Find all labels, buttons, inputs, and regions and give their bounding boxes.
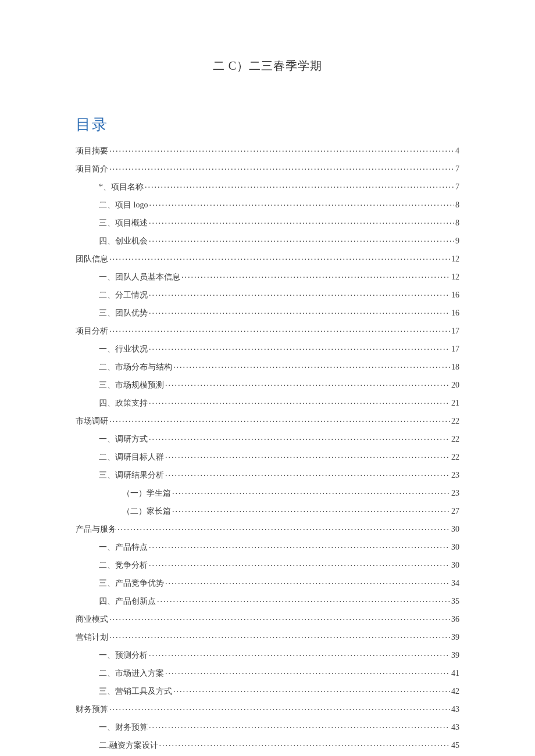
toc-entry-page: 23 <box>451 489 459 497</box>
toc-entry-label: 项目分析 <box>76 327 108 335</box>
toc-entry[interactable]: 三、产品竞争优势34 <box>76 578 459 587</box>
page-header-title: 二 C）二三春季学期 <box>76 58 459 74</box>
toc-entry-label: 一、团队人员基本信息 <box>99 273 180 281</box>
toc-entry[interactable]: 产品与服务30 <box>76 524 459 533</box>
toc-leader-dots <box>109 145 454 153</box>
toc-entry-page: 17 <box>451 327 459 335</box>
toc-leader-dots <box>149 650 450 658</box>
toc-entry-page: 43 <box>451 723 459 732</box>
toc-entry[interactable]: *、项目名称7 <box>76 181 459 191</box>
toc-entry[interactable]: 三、团队优势16 <box>76 307 459 317</box>
toc-entry[interactable]: 项目分析17 <box>76 325 459 335</box>
toc-entry[interactable]: 四、产品创新点35 <box>76 596 459 605</box>
toc-entry-page: 22 <box>451 417 459 425</box>
toc-entry-page: 20 <box>451 381 459 389</box>
toc-entry[interactable]: 三、项目概述8 <box>76 217 459 227</box>
toc-entry[interactable]: 二、项目 logo8 <box>76 199 459 209</box>
toc-entry[interactable]: （二）家长篇27 <box>76 506 459 515</box>
toc-entry-page: 27 <box>451 507 459 515</box>
toc-leader-dots <box>165 452 450 460</box>
toc-entry[interactable]: （一）学生篇23 <box>76 488 459 497</box>
toc-entry[interactable]: 二、调研目标人群22 <box>76 452 459 461</box>
toc-entry[interactable]: 一、调研方式22 <box>76 433 459 443</box>
toc-entry[interactable]: 二、竞争分析30 <box>76 560 459 569</box>
toc-entry[interactable]: 项目简介7 <box>76 163 459 173</box>
toc-entry-label: 二、市场进入方案 <box>99 669 164 678</box>
toc-entry-label: 四、政策支持 <box>99 399 148 407</box>
toc-entry-label: 四、创业机会 <box>99 237 148 245</box>
toc-entry-label: 二、市场分布与结构 <box>99 363 172 371</box>
toc-entry-label: （一）学生篇 <box>122 489 171 497</box>
toc-entry-label: 团队信息 <box>76 255 108 263</box>
toc-entry[interactable]: 二.融资方案设计45 <box>76 740 459 750</box>
toc-entry-page: 36 <box>451 615 459 624</box>
toc-entry[interactable]: 一、行业状况17 <box>76 343 459 353</box>
toc-entry-label: 二、调研目标人群 <box>99 453 164 461</box>
toc-entry-label: *、项目名称 <box>99 183 144 191</box>
toc-leader-dots <box>149 307 450 316</box>
toc-entry[interactable]: 市场调研22 <box>76 415 459 425</box>
toc-entry-label: 一、财务预算 <box>99 723 148 732</box>
toc-entry-page: 42 <box>451 687 459 696</box>
toc-entry-page: 30 <box>451 561 459 569</box>
toc-entry[interactable]: 财务预算43 <box>76 704 459 714</box>
toc-entry-label: 二、分工情况 <box>99 291 148 299</box>
toc-entry[interactable]: 四、创业机会9 <box>76 235 459 245</box>
toc-leader-dots <box>149 235 454 243</box>
toc-entry-label: 产品与服务 <box>76 525 116 533</box>
toc-entry-label: 四、产品创新点 <box>99 597 156 605</box>
toc-leader-dots <box>109 704 450 712</box>
toc-leader-dots <box>109 632 450 640</box>
toc-entry-label: 商业模式 <box>76 615 108 624</box>
toc-entry-label: 二、项目 logo <box>99 201 148 209</box>
toc-leader-dots <box>149 397 450 406</box>
toc-entry[interactable]: 营销计划39 <box>76 632 459 642</box>
toc-entry[interactable]: 一、预测分析39 <box>76 650 459 660</box>
toc-entry[interactable]: 商业模式36 <box>76 614 459 624</box>
toc-entry[interactable]: 二、市场分布与结构18 <box>76 361 459 371</box>
toc-entry-label: 一、调研方式 <box>99 435 148 443</box>
toc-entry-label: 三、团队优势 <box>99 309 148 317</box>
toc-leader-dots <box>173 361 450 370</box>
toc-entry[interactable]: 三、营销工具及方式42 <box>76 686 459 696</box>
toc-leader-dots <box>117 524 450 532</box>
toc-entry-page: 22 <box>451 453 459 461</box>
toc-entry[interactable]: 团队信息12 <box>76 253 459 263</box>
toc-entry-page: 8 <box>455 201 459 209</box>
toc-entry-label: 市场调研 <box>76 417 108 425</box>
toc-entry-label: 三、营销工具及方式 <box>99 687 172 696</box>
toc-entry[interactable]: 一、团队人员基本信息12 <box>76 271 459 281</box>
toc-leader-dots <box>157 596 450 604</box>
toc-entry[interactable]: 四、政策支持21 <box>76 397 459 407</box>
toc-entry-page: 23 <box>451 471 459 479</box>
toc-entry-page: 12 <box>451 255 459 263</box>
toc-entry-page: 34 <box>451 579 459 587</box>
toc-entry[interactable]: 三、市场规模预测20 <box>76 379 459 389</box>
toc-entry-page: 16 <box>451 291 459 299</box>
toc-leader-dots <box>165 470 450 478</box>
toc-entry-label: 一、预测分析 <box>99 651 148 660</box>
toc-leader-dots <box>109 614 450 622</box>
toc-entry[interactable]: 二、分工情况16 <box>76 289 459 299</box>
toc-leader-dots <box>149 433 450 442</box>
table-of-contents: 项目摘要4项目简介7*、项目名称7二、项目 logo8三、项目概述8四、创业机会… <box>76 145 459 756</box>
toc-leader-dots <box>109 325 450 334</box>
toc-entry[interactable]: 二、市场进入方案41 <box>76 668 459 678</box>
toc-entry-page: 30 <box>451 525 459 533</box>
toc-entry[interactable]: 项目摘要4 <box>76 145 459 155</box>
toc-leader-dots <box>181 271 450 280</box>
toc-entry[interactable]: 三、调研结果分析23 <box>76 470 459 479</box>
toc-entry[interactable]: 一、产品特点30 <box>76 542 459 551</box>
toc-entry-label: 财务预算 <box>76 705 108 714</box>
toc-entry-label: 营销计划 <box>76 633 108 642</box>
toc-leader-dots <box>159 740 451 748</box>
toc-leader-dots <box>145 181 454 189</box>
toc-entry-page: 7 <box>455 183 459 191</box>
toc-entry-label: 三、项目概述 <box>99 219 148 227</box>
toc-entry-label: （二）家长篇 <box>122 507 171 515</box>
toc-leader-dots <box>172 488 450 496</box>
toc-leader-dots <box>149 722 450 730</box>
toc-leader-dots <box>109 415 450 424</box>
toc-entry-page: 9 <box>455 237 459 245</box>
toc-entry[interactable]: 一、财务预算43 <box>76 722 459 732</box>
